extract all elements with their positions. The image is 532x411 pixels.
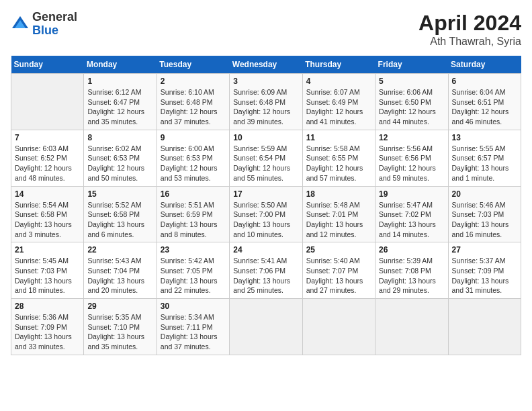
calendar-cell: 16Sunrise: 5:51 AM Sunset: 6:59 PM Dayli… <box>157 186 229 242</box>
day-number: 2 <box>161 77 226 86</box>
day-detail: Sunrise: 5:46 AM Sunset: 7:03 PM Dayligh… <box>452 200 517 240</box>
calendar-cell: 23Sunrise: 5:42 AM Sunset: 7:05 PM Dayli… <box>157 242 229 299</box>
day-number: 29 <box>87 302 152 311</box>
day-number: 14 <box>15 189 80 199</box>
calendar-cell: 21Sunrise: 5:45 AM Sunset: 7:03 PM Dayli… <box>11 242 84 299</box>
logo-blue-text: Blue <box>32 24 77 38</box>
calendar-cell: 25Sunrise: 5:40 AM Sunset: 7:07 PM Dayli… <box>302 242 375 299</box>
day-number: 13 <box>452 133 517 142</box>
day-number: 15 <box>87 189 152 199</box>
day-detail: Sunrise: 6:10 AM Sunset: 6:48 PM Dayligh… <box>161 87 226 127</box>
calendar-cell <box>375 299 448 355</box>
day-detail: Sunrise: 5:40 AM Sunset: 7:07 PM Dayligh… <box>306 256 371 295</box>
calendar-cell: 24Sunrise: 5:41 AM Sunset: 7:06 PM Dayli… <box>230 242 302 299</box>
day-detail: Sunrise: 5:42 AM Sunset: 7:05 PM Dayligh… <box>161 256 226 295</box>
day-detail: Sunrise: 5:48 AM Sunset: 7:01 PM Dayligh… <box>306 200 371 240</box>
header-row: SundayMondayTuesdayWednesdayThursdayFrid… <box>11 56 521 74</box>
calendar-title: April 2024 <box>418 11 521 36</box>
day-number: 8 <box>87 133 152 142</box>
day-detail: Sunrise: 6:02 AM Sunset: 6:53 PM Dayligh… <box>87 144 152 183</box>
day-detail: Sunrise: 5:59 AM Sunset: 6:54 PM Dayligh… <box>233 144 298 183</box>
day-number: 9 <box>161 133 226 142</box>
day-number: 27 <box>452 245 517 255</box>
day-detail: Sunrise: 6:04 AM Sunset: 6:51 PM Dayligh… <box>452 87 517 127</box>
day-detail: Sunrise: 5:39 AM Sunset: 7:08 PM Dayligh… <box>379 256 444 295</box>
day-detail: Sunrise: 6:07 AM Sunset: 6:49 PM Dayligh… <box>306 87 371 127</box>
calendar-cell: 3Sunrise: 6:09 AM Sunset: 6:48 PM Daylig… <box>230 74 302 130</box>
calendar-cell: 29Sunrise: 5:35 AM Sunset: 7:10 PM Dayli… <box>84 299 157 355</box>
day-detail: Sunrise: 5:36 AM Sunset: 7:09 PM Dayligh… <box>15 312 80 352</box>
day-number: 28 <box>15 302 80 311</box>
calendar-cell: 8Sunrise: 6:02 AM Sunset: 6:53 PM Daylig… <box>84 130 157 186</box>
day-detail: Sunrise: 5:41 AM Sunset: 7:06 PM Dayligh… <box>233 256 298 295</box>
col-header-monday: Monday <box>84 56 157 74</box>
day-detail: Sunrise: 6:12 AM Sunset: 6:47 PM Dayligh… <box>87 87 152 127</box>
calendar-cell: 26Sunrise: 5:39 AM Sunset: 7:08 PM Dayli… <box>375 242 448 299</box>
day-detail: Sunrise: 5:56 AM Sunset: 6:56 PM Dayligh… <box>379 144 444 183</box>
calendar-cell: 10Sunrise: 5:59 AM Sunset: 6:54 PM Dayli… <box>230 130 302 186</box>
day-number: 5 <box>379 77 444 86</box>
day-number: 7 <box>15 133 80 142</box>
title-area: April 2024 Ath Thawrah, Syria <box>418 11 521 48</box>
day-number: 18 <box>306 189 371 199</box>
day-number: 19 <box>379 189 444 199</box>
day-number: 24 <box>233 245 298 255</box>
day-number: 23 <box>161 245 226 255</box>
calendar-cell: 14Sunrise: 5:54 AM Sunset: 6:58 PM Dayli… <box>11 186 84 242</box>
calendar-week-3: 14Sunrise: 5:54 AM Sunset: 6:58 PM Dayli… <box>11 186 521 242</box>
calendar-subtitle: Ath Thawrah, Syria <box>418 36 521 48</box>
calendar-cell: 11Sunrise: 5:58 AM Sunset: 6:55 PM Dayli… <box>302 130 375 186</box>
day-detail: Sunrise: 5:34 AM Sunset: 7:11 PM Dayligh… <box>161 312 226 352</box>
day-detail: Sunrise: 5:51 AM Sunset: 6:59 PM Dayligh… <box>161 200 226 240</box>
calendar-cell: 15Sunrise: 5:52 AM Sunset: 6:58 PM Dayli… <box>84 186 157 242</box>
calendar-cell: 28Sunrise: 5:36 AM Sunset: 7:09 PM Dayli… <box>11 299 84 355</box>
calendar-cell: 20Sunrise: 5:46 AM Sunset: 7:03 PM Dayli… <box>448 186 521 242</box>
logo-general-text: General <box>32 11 77 24</box>
calendar-cell: 2Sunrise: 6:10 AM Sunset: 6:48 PM Daylig… <box>157 74 229 130</box>
day-detail: Sunrise: 5:54 AM Sunset: 6:58 PM Dayligh… <box>15 200 80 240</box>
page-header: General Blue April 2024 Ath Thawrah, Syr… <box>11 11 521 48</box>
calendar-cell: 7Sunrise: 6:03 AM Sunset: 6:52 PM Daylig… <box>11 130 84 186</box>
calendar-cell: 5Sunrise: 6:06 AM Sunset: 6:50 PM Daylig… <box>375 74 448 130</box>
day-detail: Sunrise: 5:45 AM Sunset: 7:03 PM Dayligh… <box>15 256 80 295</box>
col-header-saturday: Saturday <box>448 56 521 74</box>
day-detail: Sunrise: 6:06 AM Sunset: 6:50 PM Dayligh… <box>379 87 444 127</box>
col-header-wednesday: Wednesday <box>230 56 302 74</box>
calendar-cell: 12Sunrise: 5:56 AM Sunset: 6:56 PM Dayli… <box>375 130 448 186</box>
calendar-cell: 17Sunrise: 5:50 AM Sunset: 7:00 PM Dayli… <box>230 186 302 242</box>
calendar-cell: 4Sunrise: 6:07 AM Sunset: 6:49 PM Daylig… <box>302 74 375 130</box>
calendar-cell: 30Sunrise: 5:34 AM Sunset: 7:11 PM Dayli… <box>157 299 229 355</box>
calendar-week-5: 28Sunrise: 5:36 AM Sunset: 7:09 PM Dayli… <box>11 299 521 355</box>
col-header-tuesday: Tuesday <box>157 56 229 74</box>
day-number: 6 <box>452 77 517 86</box>
day-detail: Sunrise: 5:50 AM Sunset: 7:00 PM Dayligh… <box>233 200 298 240</box>
calendar-cell <box>448 299 521 355</box>
calendar-table: SundayMondayTuesdayWednesdayThursdayFrid… <box>11 56 521 355</box>
day-number: 1 <box>87 77 152 86</box>
day-detail: Sunrise: 6:00 AM Sunset: 6:53 PM Dayligh… <box>161 144 226 183</box>
calendar-cell: 18Sunrise: 5:48 AM Sunset: 7:01 PM Dayli… <box>302 186 375 242</box>
calendar-week-2: 7Sunrise: 6:03 AM Sunset: 6:52 PM Daylig… <box>11 130 521 186</box>
col-header-sunday: Sunday <box>11 56 84 74</box>
day-number: 17 <box>233 189 298 199</box>
calendar-cell: 6Sunrise: 6:04 AM Sunset: 6:51 PM Daylig… <box>448 74 521 130</box>
day-detail: Sunrise: 5:35 AM Sunset: 7:10 PM Dayligh… <box>87 312 152 352</box>
calendar-cell: 1Sunrise: 6:12 AM Sunset: 6:47 PM Daylig… <box>84 74 157 130</box>
col-header-thursday: Thursday <box>302 56 375 74</box>
logo: General Blue <box>11 11 77 38</box>
day-number: 11 <box>306 133 371 142</box>
day-detail: Sunrise: 6:03 AM Sunset: 6:52 PM Dayligh… <box>15 144 80 183</box>
logo-icon <box>11 15 30 34</box>
calendar-cell: 19Sunrise: 5:47 AM Sunset: 7:02 PM Dayli… <box>375 186 448 242</box>
day-detail: Sunrise: 5:55 AM Sunset: 6:57 PM Dayligh… <box>452 144 517 183</box>
day-detail: Sunrise: 5:37 AM Sunset: 7:09 PM Dayligh… <box>452 256 517 295</box>
calendar-week-4: 21Sunrise: 5:45 AM Sunset: 7:03 PM Dayli… <box>11 242 521 299</box>
day-number: 25 <box>306 245 371 255</box>
day-number: 26 <box>379 245 444 255</box>
calendar-week-1: 1Sunrise: 6:12 AM Sunset: 6:47 PM Daylig… <box>11 74 521 130</box>
day-detail: Sunrise: 6:09 AM Sunset: 6:48 PM Dayligh… <box>233 87 298 127</box>
calendar-cell: 22Sunrise: 5:43 AM Sunset: 7:04 PM Dayli… <box>84 242 157 299</box>
calendar-cell: 9Sunrise: 6:00 AM Sunset: 6:53 PM Daylig… <box>157 130 229 186</box>
calendar-cell: 27Sunrise: 5:37 AM Sunset: 7:09 PM Dayli… <box>448 242 521 299</box>
calendar-cell: 13Sunrise: 5:55 AM Sunset: 6:57 PM Dayli… <box>448 130 521 186</box>
